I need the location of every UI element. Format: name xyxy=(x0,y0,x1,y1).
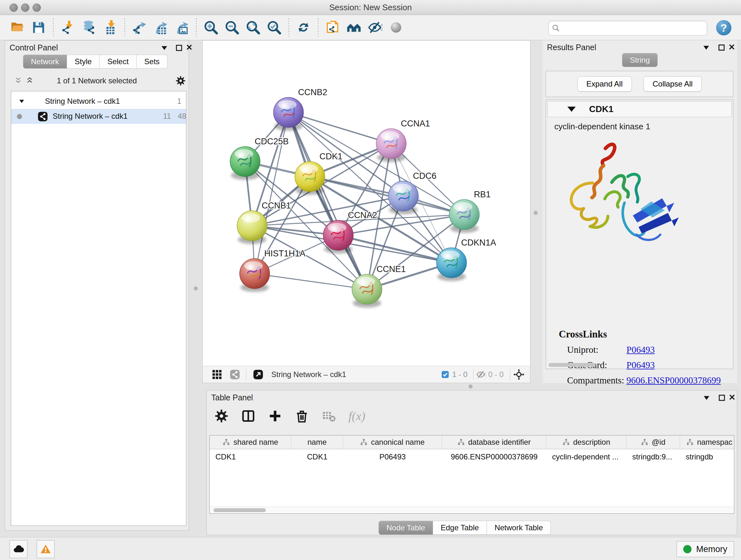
delete-column-trash-icon[interactable] xyxy=(295,409,309,423)
birdseye-grid-icon[interactable] xyxy=(212,369,222,380)
export-network-button[interactable] xyxy=(130,18,149,37)
network-row-selected[interactable]: String Network – cdk1 11 48 xyxy=(11,109,186,124)
import-table-button[interactable] xyxy=(101,18,119,37)
zoom-out-button[interactable] xyxy=(223,18,241,37)
export-table-button[interactable] xyxy=(151,18,170,37)
show-columns-icon[interactable] xyxy=(241,409,255,423)
help-button[interactable]: ? xyxy=(716,20,731,36)
refresh-layout-button[interactable] xyxy=(294,18,313,37)
zoom-selected-button[interactable] xyxy=(265,18,283,37)
import-database-icon xyxy=(82,20,96,35)
node-RB1[interactable]: RB1 xyxy=(449,190,491,233)
column-header--id[interactable]: @id xyxy=(626,435,680,449)
column-header-database-identifier[interactable]: database identifier xyxy=(442,435,546,449)
table-hscrollbar[interactable] xyxy=(210,507,734,513)
collapse-all-button[interactable]: Collapse All xyxy=(643,76,702,91)
search-box xyxy=(548,21,707,36)
splitter-handle[interactable] xyxy=(194,287,198,291)
column-header-shared-name[interactable]: shared name xyxy=(210,435,291,449)
tab-sets[interactable]: Sets xyxy=(137,55,167,69)
close-panel-icon[interactable] xyxy=(186,44,193,52)
tab-network-table[interactable]: Network Table xyxy=(487,521,551,535)
shared-column-icon xyxy=(222,438,230,446)
crosslink-link[interactable]: 9606.ENSP00000378699 xyxy=(626,375,721,386)
tab-string[interactable]: String xyxy=(622,53,658,67)
edge-CCNB2-CCNA1[interactable] xyxy=(288,112,391,144)
tab-style[interactable]: Style xyxy=(67,55,99,69)
column-header-canonical-name[interactable]: canonical name xyxy=(343,435,442,449)
protein-section-header[interactable]: CDK1 xyxy=(547,101,732,117)
add-column-plus-icon[interactable] xyxy=(268,409,282,423)
zoom-fit-button[interactable] xyxy=(244,18,262,37)
warnings-button[interactable] xyxy=(37,540,55,558)
search-icon xyxy=(552,24,560,32)
edge-CCNE1-HIST1H1A[interactable] xyxy=(255,273,367,289)
zoom-in-button[interactable] xyxy=(202,18,220,37)
string-toggle-icon[interactable] xyxy=(229,369,240,380)
node-CCNE1[interactable]: CCNE1 xyxy=(352,264,406,307)
tab-edge-table[interactable]: Edge Table xyxy=(433,521,487,535)
collection-expander-icon[interactable] xyxy=(18,98,25,105)
maximize-panel-icon[interactable] xyxy=(175,44,183,52)
node-HIST1H1A[interactable]: HIST1H1A xyxy=(240,249,306,292)
network-options-gear-icon[interactable] xyxy=(176,76,186,84)
node-CDKN1A[interactable]: CDKN1A xyxy=(436,238,496,281)
column-header-namespac[interactable]: namespac xyxy=(680,435,734,449)
show-hide-button[interactable] xyxy=(366,18,384,37)
clone-network-button[interactable] xyxy=(324,18,342,37)
selected-checkbox-icon[interactable] xyxy=(441,370,450,379)
close-panel-icon[interactable] xyxy=(728,44,735,52)
network-canvas[interactable]: CCNB2CCNA1CDC25BCDK1CDC6RB1CCNB1CCNA2CDK… xyxy=(203,41,530,366)
presentation-button[interactable] xyxy=(387,18,405,37)
maximize-panel-icon[interactable] xyxy=(718,394,726,402)
tab-node-table[interactable]: Node Table xyxy=(379,521,433,535)
node-CCNB2[interactable]: CCNB2 xyxy=(273,87,327,131)
node-CDK1[interactable]: CDK1 xyxy=(295,152,342,195)
column-header-description[interactable]: description xyxy=(546,435,626,449)
crosslink-link[interactable]: P06493 xyxy=(626,360,655,370)
column-header-name[interactable]: name xyxy=(291,435,343,449)
window-title: Session: New Session xyxy=(0,0,741,15)
table-panel: Table Panel f(x) shared namenamecanonica… xyxy=(206,390,737,535)
string-home-button[interactable] xyxy=(345,18,363,37)
save-session-button[interactable] xyxy=(29,18,48,37)
fit-selected-crosshair-icon[interactable] xyxy=(514,369,524,380)
crosslink-link[interactable]: P06493 xyxy=(626,345,655,355)
splitter-handle[interactable] xyxy=(534,211,538,215)
export-image-button[interactable] xyxy=(172,18,191,37)
node-label-CCNA2: CCNA2 xyxy=(348,210,377,220)
network-view-title: String Network – cdk1 xyxy=(271,370,346,379)
network-view-panel: CCNB2CCNA1CDC25BCDK1CDC6RB1CCNB1CCNA2CDK… xyxy=(202,40,530,383)
edge-CCNB2-CCNE1[interactable] xyxy=(288,112,367,289)
network-collection-row[interactable]: String Network – cdk1 1 xyxy=(11,94,186,109)
results-hscroll-thumb[interactable] xyxy=(549,363,596,367)
node-label-CCNA1: CCNA1 xyxy=(401,119,430,128)
open-in-new-icon[interactable] xyxy=(253,369,264,380)
float-panel-icon[interactable] xyxy=(702,44,711,52)
cloud-button[interactable] xyxy=(10,540,27,558)
expand-all-button[interactable]: Expand All xyxy=(577,76,632,91)
tab-select[interactable]: Select xyxy=(99,55,137,69)
node-label-CDK1: CDK1 xyxy=(320,152,342,161)
search-input[interactable] xyxy=(562,22,704,34)
import-network-button[interactable] xyxy=(59,18,77,37)
node-CCNA1[interactable]: CCNA1 xyxy=(376,119,430,162)
close-panel-icon[interactable] xyxy=(729,394,736,402)
table-settings-gear-icon[interactable] xyxy=(214,409,228,423)
network-node-count: 11 xyxy=(163,112,171,121)
collapse-section-icon[interactable] xyxy=(567,107,576,112)
open-session-button[interactable] xyxy=(8,18,27,37)
node-CCNB1[interactable]: CCNB1 xyxy=(237,201,291,244)
node-CDC6[interactable]: CDC6 xyxy=(388,171,436,214)
tab-network[interactable]: Network xyxy=(23,55,67,69)
float-panel-icon[interactable] xyxy=(702,394,711,402)
maximize-panel-icon[interactable] xyxy=(718,44,726,52)
table-row[interactable]: CDK1CDK1P064939606.ENSP00000378699cyclin… xyxy=(210,449,734,464)
status-bar: Memory xyxy=(0,537,741,560)
float-panel-icon[interactable] xyxy=(160,44,169,52)
cloud-icon xyxy=(13,543,24,555)
memory-button[interactable]: Memory xyxy=(677,541,734,557)
export-table-icon xyxy=(153,20,168,35)
import-database-button[interactable] xyxy=(80,18,98,37)
splitter-handle[interactable] xyxy=(468,384,473,388)
